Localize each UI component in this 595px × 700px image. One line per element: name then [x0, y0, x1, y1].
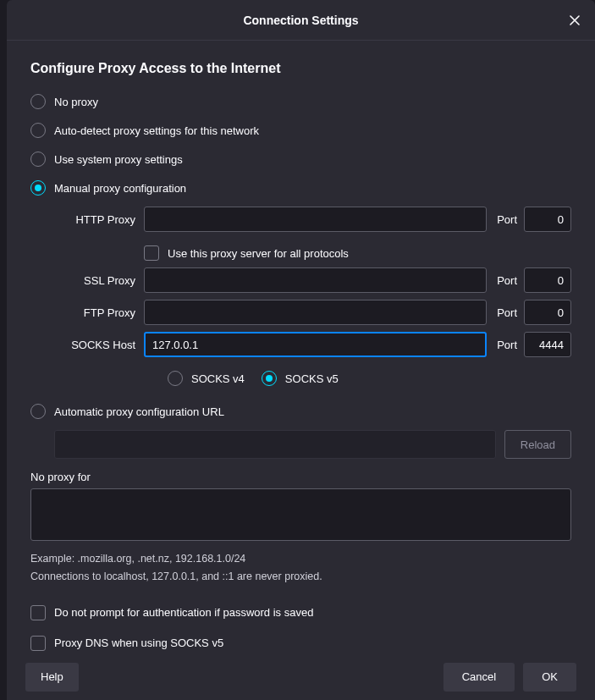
radio-icon[interactable] — [30, 180, 46, 196]
ssl-proxy-input[interactable] — [144, 267, 487, 293]
radio-label[interactable]: SOCKS v5 — [285, 372, 339, 385]
help-button[interactable]: Help — [25, 663, 79, 692]
section-heading: Configure Proxy Access to the Internet — [30, 61, 571, 76]
port-label: Port — [492, 213, 519, 226]
radio-label[interactable]: Automatic proxy configuration URL — [54, 405, 224, 418]
socks-host-input[interactable] — [144, 332, 487, 357]
no-proxy-for-label: No proxy for — [30, 471, 571, 483]
http-port-input[interactable] — [524, 207, 571, 232]
share-proxy-checkbox[interactable] — [144, 245, 159, 261]
reload-button: Reload — [504, 430, 571, 459]
share-proxy-row[interactable]: Use this proxy server for all protocols — [144, 239, 571, 267]
pac-url-row: Reload — [54, 430, 571, 459]
cancel-button[interactable]: Cancel — [443, 663, 515, 692]
share-proxy-label[interactable]: Use this proxy server for all protocols — [168, 247, 349, 260]
port-label: Port — [492, 274, 519, 287]
radio-socks-v4[interactable]: SOCKS v4 — [168, 365, 245, 392]
dialog-title: Connection Settings — [243, 14, 358, 27]
http-proxy-row: HTTP Proxy Port — [54, 207, 571, 232]
radio-auto-pac[interactable]: Automatic proxy configuration URL — [30, 398, 571, 425]
ssl-proxy-row: SSL Proxy Port — [54, 267, 571, 293]
checkbox-icon[interactable] — [30, 605, 46, 620]
ftp-proxy-row: FTP Proxy Port — [54, 300, 571, 325]
radio-icon[interactable] — [30, 404, 46, 419]
close-button[interactable] — [563, 8, 587, 32]
radio-socks-v5[interactable]: SOCKS v5 — [262, 365, 339, 392]
radio-no-proxy[interactable]: No proxy — [30, 88, 571, 115]
radio-icon[interactable] — [262, 371, 277, 386]
radio-label[interactable]: SOCKS v4 — [191, 372, 245, 385]
close-icon — [570, 15, 580, 25]
connection-settings-dialog: Connection Settings Configure Proxy Acce… — [7, 0, 595, 700]
ftp-proxy-label: FTP Proxy — [54, 306, 139, 319]
check-no-prompt-auth[interactable]: Do not prompt for authentication if pass… — [30, 598, 571, 627]
checkbox-icon[interactable] — [30, 636, 46, 651]
extra-checks: Do not prompt for authentication if pass… — [30, 598, 571, 653]
radio-icon[interactable] — [30, 152, 46, 167]
dialog-body[interactable]: Configure Proxy Access to the Internet N… — [7, 41, 595, 653]
ftp-proxy-input[interactable] — [144, 300, 487, 325]
no-proxy-example: Example: .mozilla.org, .net.nz, 192.168.… — [30, 550, 571, 568]
no-proxy-for-textarea[interactable] — [30, 488, 571, 541]
check-label[interactable]: Proxy DNS when using SOCKS v5 — [54, 637, 223, 649]
radio-icon[interactable] — [30, 94, 46, 109]
port-label: Port — [492, 339, 519, 351]
port-label: Port — [492, 306, 519, 319]
radio-label[interactable]: Manual proxy configuration — [54, 182, 186, 195]
socks-host-label: SOCKS Host — [54, 339, 139, 351]
dialog-titlebar: Connection Settings — [7, 0, 595, 41]
ftp-port-input[interactable] — [524, 300, 571, 325]
ssl-port-input[interactable] — [524, 267, 571, 293]
radio-auto-detect[interactable]: Auto-detect proxy settings for this netw… — [30, 117, 571, 144]
ok-button[interactable]: OK — [523, 663, 576, 692]
radio-label[interactable]: Auto-detect proxy settings for this netw… — [54, 124, 259, 137]
socks-port-input[interactable] — [524, 332, 571, 357]
radio-icon[interactable] — [30, 123, 46, 138]
check-proxy-dns-socks5[interactable]: Proxy DNS when using SOCKS v5 — [30, 629, 571, 653]
socks-host-row: SOCKS Host Port — [54, 332, 571, 357]
no-proxy-note: Connections to localhost, 127.0.0.1, and… — [30, 568, 571, 586]
pac-url-input — [54, 430, 496, 459]
radio-system-proxy[interactable]: Use system proxy settings — [30, 146, 571, 173]
http-proxy-input[interactable] — [144, 207, 487, 232]
radio-icon[interactable] — [168, 371, 183, 386]
manual-proxy-grid: HTTP Proxy Port Use this proxy server fo… — [54, 207, 571, 393]
dialog-footer: Help Cancel OK — [7, 653, 595, 700]
socks-version-row: SOCKS v4 SOCKS v5 — [168, 364, 571, 393]
radio-label[interactable]: No proxy — [54, 96, 98, 108]
check-label[interactable]: Do not prompt for authentication if pass… — [54, 606, 313, 619]
http-proxy-label: HTTP Proxy — [54, 213, 139, 226]
ssl-proxy-label: SSL Proxy — [54, 274, 139, 287]
radio-label[interactable]: Use system proxy settings — [54, 153, 183, 166]
radio-manual-proxy[interactable]: Manual proxy configuration — [30, 174, 571, 201]
